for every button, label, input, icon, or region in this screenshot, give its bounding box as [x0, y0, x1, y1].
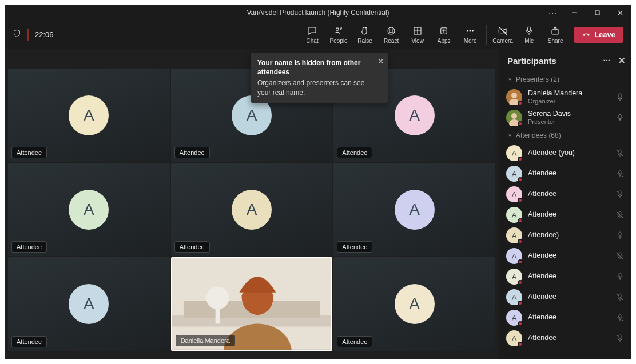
mic-muted-icon: [615, 334, 625, 343]
avatar-icon: A: [69, 95, 109, 135]
participants-panel: Participants ··· ✕ Presenters (2)Daniela…: [499, 49, 631, 359]
participants-section-header[interactable]: Attendees (68): [499, 128, 631, 143]
participant-row[interactable]: AAttendee: [499, 328, 631, 349]
react-button[interactable]: React: [379, 22, 404, 48]
svg-point-4: [336, 27, 339, 30]
tooltip-body: Organizers and presenters can see your r…: [257, 78, 372, 97]
participant-row[interactable]: AAttendee: [499, 307, 631, 328]
attendee-avatar-icon: A: [506, 269, 522, 285]
tile-name-chip: Attendee: [174, 241, 210, 253]
hidden-name-tooltip: Your name is hidden from other attendees…: [251, 53, 388, 103]
leave-button[interactable]: Leave: [574, 27, 623, 43]
tile-name-chip: Attendee: [337, 336, 372, 347]
status-dot-icon: [518, 101, 523, 106]
camera-button[interactable]: Camera: [490, 22, 515, 48]
status-dot-icon: [518, 301, 523, 306]
people-button[interactable]: 9 People: [326, 22, 351, 48]
svg-point-15: [467, 30, 468, 31]
participant-row[interactable]: AAttendee: [499, 184, 631, 205]
avatar-icon: A: [395, 95, 435, 135]
status-dot-icon: [518, 321, 523, 326]
raise-label: Raise: [357, 38, 372, 44]
participant-row[interactable]: AAttendee: [499, 266, 631, 287]
svg-line-19: [499, 27, 507, 35]
share-button[interactable]: Share: [543, 22, 568, 48]
participant-row[interactable]: Daniela ManderaOrganizer: [499, 87, 631, 107]
view-button[interactable]: View: [405, 22, 430, 48]
video-tile[interactable]: AAttendee: [8, 69, 170, 162]
attendee-avatar-icon: A: [506, 145, 522, 161]
avatar-icon: A: [232, 190, 272, 230]
status-dot-icon: [518, 121, 523, 126]
tile-name-chip: Attendee: [11, 336, 47, 347]
avatar-icon: A: [395, 284, 435, 324]
participant-row[interactable]: Serena DavisPresenter: [499, 107, 631, 128]
mic-muted-icon: [615, 231, 625, 240]
video-tile[interactable]: AAttendee: [333, 257, 495, 350]
avatar-icon: A: [395, 190, 435, 230]
panel-more-icon[interactable]: ···: [603, 55, 610, 66]
presenter-avatar: [506, 110, 522, 126]
mic-button[interactable]: Mic: [516, 22, 542, 48]
title-bar: VanArsdel Product launch (Highly Confide…: [5, 5, 631, 21]
participant-row[interactable]: AAttendee: [499, 246, 631, 266]
video-tile[interactable]: Daniella Mandera: [171, 257, 333, 350]
svg-point-16: [470, 30, 471, 31]
leave-label: Leave: [594, 30, 615, 39]
attendee-avatar-icon: A: [506, 166, 522, 182]
participant-row[interactable]: AAttendee: [499, 163, 631, 184]
tile-name-chip: Daniella Mandera: [176, 335, 235, 346]
apps-button[interactable]: Apps: [431, 22, 456, 48]
mic-muted-icon: [615, 313, 625, 322]
participant-row[interactable]: AAttendee (you): [499, 143, 631, 163]
panel-close-button[interactable]: ✕: [618, 55, 626, 66]
participant-name: Attendee: [528, 293, 610, 301]
raise-hand-button[interactable]: Raise: [352, 22, 377, 48]
toolbar-divider: [486, 25, 487, 45]
people-label: People: [330, 38, 348, 44]
participant-row[interactable]: AAttendee: [499, 287, 631, 307]
titlebar-more-icon[interactable]: ···: [548, 8, 557, 17]
svg-text:9: 9: [340, 26, 342, 30]
participant-role: Presenter: [528, 118, 610, 125]
react-label: React: [384, 38, 399, 44]
window-close-button[interactable]: [609, 5, 631, 21]
svg-point-25: [206, 287, 229, 310]
tooltip-close-button[interactable]: ✕: [377, 56, 384, 67]
mic-muted-icon: [615, 293, 625, 302]
chat-button[interactable]: Chat: [300, 22, 325, 48]
svg-rect-1: [595, 11, 599, 15]
more-button[interactable]: More: [458, 22, 483, 48]
presenter-avatar: [506, 89, 522, 105]
avatar-icon: A: [69, 190, 109, 230]
window-title: VanArsdel Product launch (Highly Confide…: [247, 9, 389, 17]
participant-name: Attendee: [528, 190, 610, 198]
status-dot-icon: [518, 259, 523, 265]
video-tile[interactable]: AAttendee: [8, 163, 170, 256]
video-tile[interactable]: AAttendee: [171, 163, 333, 256]
participant-row[interactable]: AAttendee: [499, 205, 631, 225]
video-tile[interactable]: AAttendee: [333, 163, 495, 256]
view-label: View: [411, 38, 424, 44]
window-minimize-button[interactable]: [563, 5, 586, 21]
status-dot-icon: [518, 342, 523, 347]
app-window: VanArsdel Product launch (Highly Confide…: [5, 5, 631, 359]
participant-name: Daniela Mandera: [528, 90, 610, 98]
privacy-shield-icon[interactable]: [13, 29, 21, 40]
window-maximize-button[interactable]: [586, 5, 609, 21]
attendee-avatar-icon: A: [506, 310, 522, 326]
participant-name: Attendee: [528, 334, 610, 342]
participant-name: Attendee (you): [528, 149, 610, 157]
status-dot-icon: [518, 280, 523, 285]
meeting-timer: 22:06: [35, 30, 54, 39]
mic-muted-icon: [615, 251, 625, 261]
participant-name: Attendee: [528, 170, 610, 178]
participants-section-header[interactable]: Presenters (2): [499, 72, 631, 87]
more-label: More: [464, 38, 477, 44]
status-dot-icon: [518, 157, 523, 162]
participant-role: Organizer: [528, 98, 610, 105]
video-tile[interactable]: AAttendee: [8, 257, 170, 350]
svg-point-32: [511, 113, 517, 119]
participant-row[interactable]: AAttendee): [499, 225, 631, 246]
tile-name-chip: Attendee: [11, 241, 47, 253]
